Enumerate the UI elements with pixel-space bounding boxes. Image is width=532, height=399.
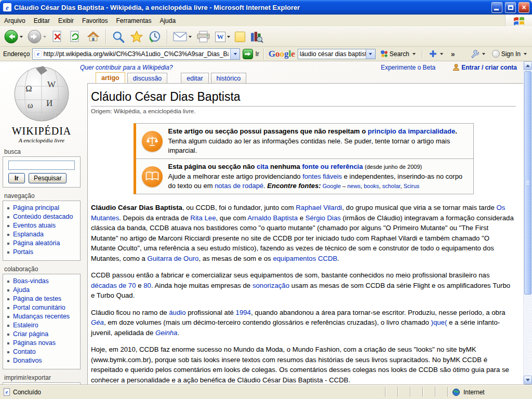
address-dropdown-button[interactable] [230, 49, 240, 59]
zone-label: Internet [463, 389, 485, 396]
minimize-button[interactable] [491, 2, 502, 13]
text-run: , quando abandonou a área para tornar-se… [251, 309, 507, 316]
sidebar-link[interactable]: Páginas novas [13, 339, 56, 347]
close-button[interactable]: × [518, 2, 529, 13]
discuss-button[interactable] [233, 29, 247, 45]
sidebar-link[interactable]: Ajuda [13, 286, 30, 294]
word-icon: W [215, 32, 225, 42]
article-link[interactable]: princípio da imparcialidade [368, 127, 455, 135]
google-logo-letter: e [291, 49, 295, 59]
sidebar-link[interactable]: Donativos [13, 357, 42, 364]
sign-in-button[interactable]: Sign In [490, 50, 529, 58]
edit-word-button[interactable]: W [213, 29, 232, 45]
refresh-button[interactable] [66, 29, 84, 45]
sidebar-link[interactable]: Portais [13, 248, 33, 256]
article-link[interactable]: áudio [169, 309, 185, 316]
google-search-button[interactable]: Search [378, 50, 418, 58]
wiki-search-input[interactable] [8, 161, 75, 170]
article-link[interactable]: fontes fiáveis [302, 172, 342, 180]
sidebar-link[interactable]: Conteúdo destacado [13, 213, 73, 220]
mail-dropdown-icon [189, 36, 192, 38]
article-link[interactable]: Arnaldo Baptista [247, 214, 298, 222]
text-run: , ou CCDB, foi o fundador, junto com [182, 204, 296, 211]
article-link[interactable]: news [347, 183, 361, 189]
tab-discussão[interactable]: discussão [127, 73, 168, 83]
sidebar-link[interactable]: Esplanada [13, 231, 44, 238]
back-button[interactable] [2, 29, 25, 45]
research-button[interactable] [248, 29, 265, 45]
contribute-link[interactable]: Quer contribuir para a Wikipédia? [80, 64, 173, 71]
google-dropdown-button[interactable] [366, 49, 375, 59]
google-add-button[interactable] [427, 50, 445, 58]
article-link[interactable]: Scirus [404, 183, 420, 189]
scroll-up-button[interactable] [524, 61, 532, 70]
beta-link[interactable]: Experimente o Beta [381, 64, 435, 71]
forward-button[interactable] [25, 29, 48, 45]
search-button[interactable] [110, 29, 127, 45]
menu-editar[interactable]: Editar [30, 15, 54, 26]
go-button[interactable]: Ir [243, 49, 259, 59]
sidebar-link[interactable]: Página principal [13, 204, 59, 211]
warning-line: Esta página ou secção não cita nenhuma f… [168, 162, 465, 171]
article-link[interactable]: Géa [91, 318, 104, 326]
scroll-down-button[interactable] [524, 376, 532, 384]
article-link[interactable]: Raphael Vilardi [296, 204, 342, 211]
history-button[interactable] [146, 29, 164, 45]
article-link[interactable]: Geinha [155, 329, 178, 337]
address-input-box: e [32, 48, 240, 60]
tab-artigo[interactable]: artigo [96, 72, 125, 83]
sidebar-link[interactable]: Página de testes [13, 295, 61, 302]
article-link[interactable]: equipamentos CCDB [273, 255, 337, 262]
restore-button[interactable] [505, 2, 516, 13]
article-link[interactable]: 1994 [236, 309, 251, 316]
address-bar: Endereço e Ir Google Search » [0, 47, 532, 61]
tab-histórico[interactable]: histórico [211, 73, 247, 83]
wiki-go-button[interactable]: Ir [8, 173, 25, 183]
article-link[interactable]: books [364, 183, 379, 189]
article-link[interactable]: Guitarra de Ouro [147, 255, 198, 262]
menu-ajuda[interactable]: Ajuda [155, 15, 180, 26]
sidebar-link[interactable]: Boas-vindas [13, 277, 49, 285]
print-button[interactable] [194, 29, 212, 45]
article-link[interactable]: sonorização [252, 282, 289, 289]
sidebar-list: Página principalConteúdo destacadoEvento… [5, 204, 78, 257]
sidebar-link[interactable]: Mudanças recentes [13, 313, 70, 320]
google-settings-button[interactable] [468, 49, 487, 58]
scrollbar-track[interactable] [524, 70, 532, 376]
sidebar-link[interactable]: Portal comunitário [13, 304, 65, 311]
article-link[interactable]: cita [257, 163, 268, 170]
tab-editar[interactable]: editar [181, 73, 208, 83]
menu-ferramentas[interactable]: Ferramentas [112, 15, 155, 26]
article-link[interactable]: Sérgio Dias [305, 214, 341, 222]
scrollbar-thumb[interactable] [524, 71, 531, 295]
menu-favoritos[interactable]: Favoritos [78, 15, 112, 26]
sidebar-link[interactable]: Criar página [13, 330, 48, 338]
article-link[interactable]: scholar [382, 183, 401, 189]
article-link[interactable]: Google [323, 183, 341, 189]
google-search-input[interactable] [298, 50, 366, 58]
wiki-search-button[interactable]: Pesquisar [29, 173, 66, 183]
menu-exibir[interactable]: Exibir [54, 15, 78, 26]
article-link[interactable]: Rita Lee [190, 214, 216, 222]
article-content: Cláudio César Dias Baptista Origem: Wiki… [87, 83, 523, 384]
address-input[interactable] [43, 50, 229, 58]
menu-arquivo[interactable]: Arquivo [0, 15, 30, 26]
login-link[interactable]: Entrar / criar conta [453, 64, 517, 71]
stop-button[interactable] [49, 29, 66, 45]
sidebar-link[interactable]: Contato [13, 348, 36, 355]
article-link[interactable]: fonte ou referência [302, 163, 363, 170]
sidebar-link[interactable]: Estaleiro [13, 322, 38, 329]
mail-button[interactable] [171, 29, 194, 45]
article-link[interactable]: )que( [431, 318, 447, 326]
article-link[interactable]: notas de rodapé [215, 182, 263, 190]
sidebar-link[interactable]: Página aleatória [13, 240, 60, 247]
article-link[interactable]: décadas de 70 [91, 282, 136, 289]
sidebar-link[interactable]: Eventos atuais [13, 222, 56, 229]
home-button[interactable] [84, 29, 102, 45]
text-run: Tenha algum cuidado ao ler as informaçõe… [168, 137, 452, 154]
toolbar-overflow-button[interactable]: » [448, 50, 458, 58]
vertical-scrollbar[interactable] [523, 61, 532, 384]
article-link[interactable]: 80 [143, 282, 151, 289]
favorites-button[interactable] [128, 29, 145, 45]
wikipedia-logo[interactable]: Ω W И ω WIKIPÉDIA A enciclopédia livre [3, 64, 81, 143]
